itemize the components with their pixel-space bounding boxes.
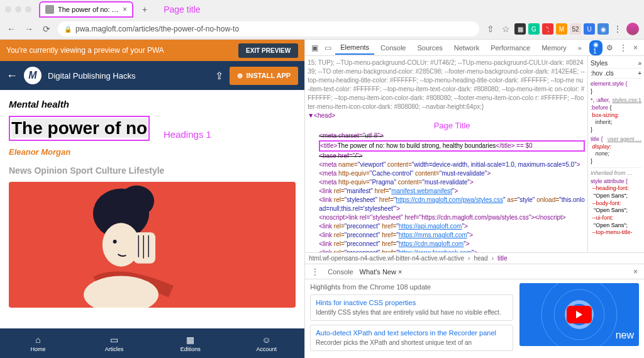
tab-close-icon[interactable]: × <box>123 5 127 14</box>
article-image <box>9 182 296 308</box>
ext-icon-5[interactable]: 52 <box>570 23 581 35</box>
promo-video[interactable]: new <box>519 283 639 346</box>
drawer-close-icon[interactable]: × <box>631 267 640 276</box>
styles-panel[interactable]: Styles» :hov .cls+ element.style {} styl… <box>587 56 644 252</box>
tab-network[interactable]: Network <box>449 42 484 54</box>
article-author: Eleanor Morgan <box>9 147 296 157</box>
tab-memory[interactable]: Memory <box>536 42 572 54</box>
title-element[interactable]: <title>The power of no: how to build str… <box>319 140 585 152</box>
nav-editions[interactable]: ▦ Editions <box>152 328 228 358</box>
meta-charset[interactable]: <meta charset="utf-8"> <box>319 131 585 140</box>
close-devtools-icon[interactable]: × <box>631 43 640 52</box>
article-content: Mental health The power of no Headings 1… <box>0 90 304 328</box>
nav-back-button[interactable]: ← <box>5 23 18 35</box>
devtools-body: 15; TUP); --TUp-menu-packgruund-COLUr: #… <box>305 56 644 252</box>
svg-rect-5 <box>133 232 155 264</box>
nav-label: Account <box>256 346 277 352</box>
nav-reload-button[interactable]: ⟳ <box>40 23 53 35</box>
share-button[interactable]: ⇪ <box>215 70 223 82</box>
close-window-icon[interactable] <box>5 6 11 13</box>
nav-bar: ← → ⟳ 🔒 pwa.magloft.com/articles/the-pow… <box>0 19 644 39</box>
ext-icon-1[interactable]: ▦ <box>514 23 526 35</box>
tab-elements[interactable]: Elements <box>335 41 374 55</box>
tab-performance[interactable]: Performance <box>486 42 535 54</box>
favicon-icon <box>45 5 54 14</box>
annotation-page-title-2: Page Title <box>319 120 585 131</box>
console-drawer-tabs: ⋮ Console What's New × × <box>305 264 644 279</box>
meta-cache[interactable]: <meta http-equiv="Cache-control" content… <box>319 169 585 178</box>
browser-chrome: The power of no: how to build × + Page t… <box>0 0 644 40</box>
drawer-tab-console[interactable]: Console <box>328 268 353 276</box>
warning-badge[interactable]: ◉ 1 <box>589 40 602 55</box>
ext-icon-2[interactable]: G <box>528 23 540 35</box>
pwa-preview-panel: You're currently viewing a preview of yo… <box>0 40 304 358</box>
link-stylesheet[interactable]: <link rel="stylesheet" href="https://cdn… <box>319 196 585 213</box>
ext-icon-7[interactable]: ◉ <box>597 23 609 35</box>
play-icon <box>567 306 592 323</box>
nav-articles[interactable]: ▭ Articles <box>76 328 152 358</box>
app-title: Digital Publishing Hacks <box>48 71 209 81</box>
main-split: You're currently viewing a preview of yo… <box>0 40 644 358</box>
highlight-card[interactable]: Hints for inactive CSS properties Identi… <box>310 294 513 321</box>
nav-label: Articles <box>105 346 124 352</box>
article-headline: The power of no <box>11 118 147 138</box>
tab-sources[interactable]: Sources <box>412 42 447 54</box>
app-back-button[interactable]: ← <box>6 69 18 82</box>
more-icon[interactable]: ⋮ <box>611 23 624 35</box>
browser-tab[interactable]: The power of no: how to build × <box>39 1 133 18</box>
nav-forward-button[interactable]: → <box>23 23 35 35</box>
new-tab-button[interactable]: + <box>138 3 151 16</box>
meta-viewport[interactable]: <meta name="viewport" content="width=dev… <box>319 160 585 169</box>
maximize-window-icon[interactable] <box>25 6 31 13</box>
ext-icon-4[interactable]: M <box>556 23 567 35</box>
bookmark-icon[interactable]: ☆ <box>499 23 512 35</box>
devtools-panel: ▣ ▭ Elements Console Sources Network Per… <box>304 40 644 358</box>
highlight-card[interactable]: Auto-detect XPath and text selectors in … <box>310 325 513 351</box>
share-icon[interactable]: ⇧ <box>484 23 497 35</box>
annotation-page-title: Page title <box>164 4 200 14</box>
drawer-tab-whatsnew[interactable]: What's New × <box>360 268 402 276</box>
element-style[interactable]: element.style {} <box>591 81 641 95</box>
css-rule-vars[interactable]: style attribute { --heading-font: "Open … <box>591 178 641 237</box>
tab-bar: The power of no: how to build × + Page t… <box>0 0 644 19</box>
html-tree[interactable]: 15; TUP); --TUp-menu-packgruund-COLUr: #… <box>305 56 587 252</box>
drawer-more-icon[interactable]: ⋮ <box>309 267 321 276</box>
promo-text: new <box>611 325 639 346</box>
meta-pragma[interactable]: <meta http-equiv="Pragma" content="must-… <box>319 178 585 187</box>
install-label: INSTALL APP <box>247 72 291 79</box>
account-icon: ☺ <box>262 335 271 345</box>
ext-icon-6[interactable]: U <box>584 23 595 35</box>
url-bar[interactable]: 🔒 pwa.magloft.com/articles/the-power-of-… <box>58 21 479 36</box>
install-app-button[interactable]: ⊕ INSTALL APP <box>230 67 299 85</box>
preconnect-2[interactable]: <link rel="preconnect" href="https://cdn… <box>319 240 585 249</box>
styles-filter: :hov .cls+ <box>591 69 641 79</box>
device-icon[interactable]: ▭ <box>322 43 334 52</box>
settings-icon[interactable]: ⚙ <box>604 43 616 52</box>
tab-console[interactable]: Console <box>375 42 411 54</box>
install-icon: ⊕ <box>237 72 243 80</box>
tab-more[interactable]: » <box>573 42 587 54</box>
extension-icons: ⇧ ☆ ▦ G '; M 52 U ◉ ⋮ <box>484 23 639 35</box>
dt-more-icon[interactable]: ⋮ <box>617 43 630 52</box>
noscript[interactable]: <noscript>link rel="stylesheet" href="ht… <box>319 213 585 222</box>
head-tag[interactable]: ▼<head> <box>308 111 585 120</box>
inspect-icon[interactable]: ▣ <box>309 43 321 52</box>
css-rule-ua[interactable]: user agent … title { display: none;} <box>591 136 641 165</box>
url-text: pwa.magloft.com/articles/the-power-of-no… <box>75 25 239 33</box>
dom-breadcrumb[interactable]: html.wf-opensans-n4-active.wf-bitter-n4-… <box>305 252 644 264</box>
bottom-nav: ⌂ Home ▭ Articles ▦ Editions ☺ Account <box>0 328 304 358</box>
nav-account[interactable]: ☺ Account <box>228 328 304 358</box>
preconnect-0[interactable]: <link rel="preconnect" href="https://api… <box>319 222 585 231</box>
base-href[interactable]: <base href="/"> <box>319 152 585 160</box>
exit-preview-button[interactable]: EXIT PREVIEW <box>238 43 298 58</box>
link-manifest[interactable]: <link rel="manifest" href="manifest.webm… <box>319 187 585 196</box>
css-rule-1[interactable]: styles.css:1 *, :after, :before { box-si… <box>591 97 641 133</box>
profile-avatar[interactable] <box>626 23 639 35</box>
window-controls <box>5 6 31 13</box>
preconnect-1[interactable]: <link rel="preconnect" href="https://mms… <box>319 231 585 240</box>
minimize-window-icon[interactable] <box>15 6 21 13</box>
nav-home[interactable]: ⌂ Home <box>0 328 76 358</box>
ext-icon-3[interactable]: '; <box>542 23 553 35</box>
lock-icon: 🔒 <box>64 26 72 33</box>
editions-icon: ▦ <box>186 335 194 345</box>
